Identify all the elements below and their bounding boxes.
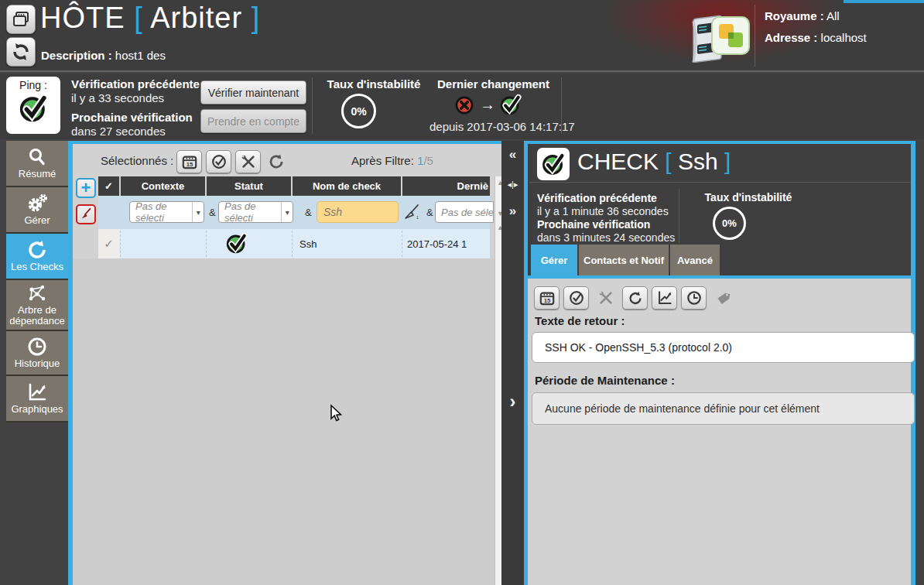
row-checkbox[interactable]: ✓: [98, 229, 119, 258]
refresh-button[interactable]: [6, 37, 36, 67]
bracket-open: [: [665, 149, 671, 174]
sidebar-item-les-checks[interactable]: Les Checks: [6, 234, 68, 280]
transition-arrow: →: [480, 96, 495, 114]
prev-check-label: Vérification précédente: [71, 77, 200, 91]
server-icon: [684, 8, 752, 65]
bracket-open: [: [134, 2, 143, 34]
realm-field: Royaume : All: [765, 9, 840, 22]
row-check-name: Ssh: [299, 238, 317, 250]
and-separator: &: [305, 207, 312, 218]
sidebar-item-gerer[interactable]: Gérer: [6, 187, 68, 234]
tools-button[interactable]: [235, 150, 261, 173]
prev-check-value: il y a 33 secondes: [71, 91, 164, 104]
sidebar-item-graphiques[interactable]: Graphiques: [6, 376, 68, 422]
refresh-loop-icon: [628, 291, 643, 306]
last-check-filter-input[interactable]: [435, 201, 494, 223]
sidebar-item-label: Graphiques: [11, 404, 63, 415]
sidebar-item-arbre-de-dependance[interactable]: Arbre de dépendance: [6, 280, 68, 331]
sidebar: Résumé Gérer Les Checks Arbre de dépenda…: [6, 141, 68, 422]
check-schedule-downtime-button[interactable]: 15: [534, 286, 560, 310]
add-check-button[interactable]: +: [76, 178, 96, 198]
tools-icon: [241, 154, 256, 169]
column-header-select[interactable]: ✓: [98, 176, 119, 196]
row-last-check: 2017-05-24 1: [407, 238, 467, 250]
sidebar-item-resume[interactable]: Résumé: [6, 141, 68, 187]
chevron-down-icon: ▾: [281, 202, 293, 222]
statusbar-divider: [312, 77, 313, 134]
last-change-label: Dernier changement: [429, 77, 557, 91]
column-header-statut[interactable]: Statut: [207, 176, 291, 196]
schedule-downtime-button[interactable]: 15: [176, 150, 202, 173]
ping-label: Ping :: [6, 79, 60, 91]
sidebar-item-label: Gérer: [24, 215, 50, 226]
and-separator: &: [426, 207, 433, 218]
check-panel-subject: Ssh: [678, 149, 718, 174]
broom-icon: [79, 207, 93, 221]
status-error-icon: [453, 94, 475, 116]
status-ok-icon: [6, 92, 60, 125]
tab-gerer[interactable]: Gérer: [531, 245, 577, 275]
acknowledge-button[interactable]: Prendre en compte: [200, 109, 306, 133]
column-header-nom-de-check[interactable]: Nom de check: [293, 176, 401, 196]
sidebar-item-label: Les Checks: [11, 262, 63, 272]
sidebar-item-label: Historique: [15, 358, 60, 369]
selected-count-label: Sélectionnés : 0: [101, 154, 183, 167]
header-divider: [755, 5, 755, 67]
expand-panel-icon[interactable]: »: [501, 204, 524, 219]
check-flapping-badge: 0%: [713, 207, 746, 240]
search-icon: [27, 147, 47, 167]
check-tools-icon[interactable]: [593, 286, 618, 310]
flapping-label: Taux d'instabilité: [319, 77, 429, 91]
row-status-ok-icon: [224, 231, 248, 255]
cell-divider: [206, 231, 207, 257]
tab-avance[interactable]: Avancé: [670, 245, 720, 275]
host-status-bar: Ping : Vérification précédente il y a 33…: [0, 74, 924, 139]
column-header-derniere[interactable]: Derniè: [402, 176, 490, 196]
sidebar-item-historique[interactable]: Historique: [6, 331, 68, 376]
svg-text:15: 15: [543, 297, 550, 304]
maintenance-value-box: Aucune période de maintenance définie po…: [532, 392, 915, 425]
gears-icon: [26, 193, 48, 214]
column-header-contexte[interactable]: Contexte: [121, 176, 205, 196]
check-panel-title: CHECK [ Ssh ]: [577, 149, 731, 175]
open-panel-icon[interactable]: ›: [501, 391, 524, 412]
address-field: Adresse : localhost: [765, 31, 867, 44]
return-text-input[interactable]: [532, 332, 915, 363]
panel-divider-line: [529, 182, 911, 183]
clear-filters-button[interactable]: [76, 204, 96, 224]
refresh-list-icon[interactable]: [263, 150, 289, 173]
check-graph-button[interactable]: [652, 286, 677, 310]
dependency-tree-icon: [26, 283, 48, 303]
windows-stack-button[interactable]: [6, 5, 36, 34]
page-title: HÔTE [ Arbiter ]: [40, 2, 260, 35]
bracket-close: ]: [724, 149, 731, 174]
check-flapping-label: Taux d'instabilité: [694, 191, 803, 204]
panel-splitter[interactable]: « ◂|▸ » ›: [501, 141, 524, 585]
svg-text:1: 1: [416, 215, 419, 220]
check-history-button[interactable]: [681, 286, 707, 310]
tab-contacts-et-notif[interactable]: Contacts et Notif: [579, 245, 669, 275]
after-filter-label: Après Filtre: 1/5: [351, 154, 433, 167]
check-acknowledge-button[interactable]: [563, 286, 589, 310]
check-prev-label: Vérification précédente: [537, 192, 657, 205]
resize-panel-icon[interactable]: ◂|▸: [501, 180, 524, 190]
check-prev-value: il y a 1 minute 36 secondes: [537, 205, 669, 218]
ping-status-box: Ping :: [6, 77, 60, 134]
check-now-button[interactable]: Vérifier maintenant: [200, 80, 306, 104]
context-filter-dropdown[interactable]: Pas de sélecti ▾: [129, 201, 204, 223]
clock-icon: [686, 290, 702, 306]
calendar-icon: 15: [539, 290, 555, 306]
check-refresh-button[interactable]: [622, 286, 648, 310]
acknowledge-check-button[interactable]: [206, 150, 231, 173]
check-pin-icon[interactable]: [710, 286, 736, 310]
sidebar-item-label: Arbre de dépendance: [6, 305, 68, 327]
status-filter-dropdown[interactable]: Pas de sélecti ▾: [218, 201, 293, 223]
svg-text:15: 15: [186, 161, 193, 168]
clear-name-filter-icon[interactable]: 1: [401, 200, 423, 224]
name-filter-input[interactable]: [317, 201, 399, 223]
checks-loop-icon: [26, 240, 48, 260]
check-circle-icon: [569, 290, 584, 306]
check-next-value: dans 3 minutes 24 secondes: [537, 231, 675, 245]
refresh-icon: [11, 42, 31, 62]
collapse-panel-icon[interactable]: «: [501, 147, 524, 162]
